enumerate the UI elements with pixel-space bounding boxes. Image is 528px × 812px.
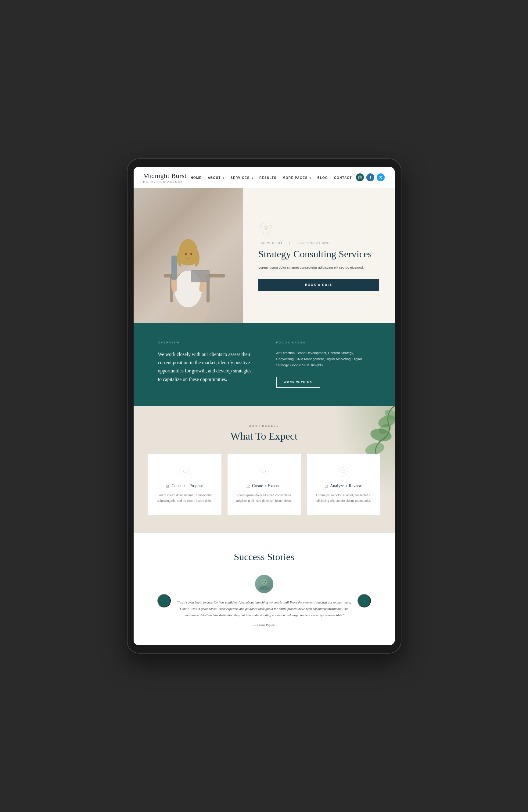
nav-home[interactable]: HOME: [191, 175, 202, 180]
focus-overline: FOCUS AREAS: [276, 341, 370, 344]
nav-links: HOME ABOUT ▾ SERVICES ▾ RESULTS MORE PAG…: [191, 175, 352, 180]
card-1-desc: Lorem ipsum dolor sit amet, consectetur …: [157, 493, 213, 504]
focus-areas-text: Art Direction, Brand Development, Conten…: [276, 350, 370, 368]
svg-point-54: [262, 470, 266, 473]
process-card-2: 02 Create + Execute Lorem ipsum dolor si…: [228, 454, 301, 515]
svg-line-72: [340, 468, 341, 469]
hero-description: Lorem ipsum dolor sit amet consectetur a…: [258, 265, 374, 271]
svg-point-80: [261, 579, 267, 585]
svg-line-26: [263, 222, 264, 224]
svg-rect-15: [192, 271, 209, 281]
process-title: What To Expect: [146, 431, 382, 442]
svg-line-46: [187, 468, 189, 469]
nav-results[interactable]: RESULTS: [259, 175, 276, 180]
overview-body: We work closely with our clients to asse…: [158, 350, 252, 383]
testimonial-author: — Laurie Payton: [177, 623, 351, 627]
svg-line-79: [347, 473, 348, 474]
nav-about[interactable]: ABOUT ▾: [208, 175, 225, 180]
svg-line-29: [270, 230, 272, 231]
nav-services[interactable]: SERVICES ▾: [231, 175, 253, 180]
card-sunburst-1: [179, 465, 191, 477]
testimonial-prev-button[interactable]: ←: [157, 594, 171, 608]
svg-line-66: [267, 473, 269, 474]
svg-line-49: [186, 475, 187, 477]
facebook-icon[interactable]: f: [366, 173, 374, 181]
svg-rect-0: [358, 176, 361, 179]
testimonial-avatar: [255, 575, 273, 593]
svg-point-81: [262, 581, 263, 582]
svg-line-28: [260, 225, 262, 226]
nav-more[interactable]: MORE PAGES ▾: [283, 175, 312, 180]
navbar: Midnight Burst MARKETING AGENCY HOME ABO…: [134, 167, 395, 188]
svg-line-52: [180, 473, 182, 474]
hero-section: SERVICE 01 | STARTING AT $295 Strategy C…: [134, 188, 395, 323]
overview-overline: OVERVIEW: [158, 341, 252, 344]
svg-point-2: [361, 176, 361, 177]
hero-content: SERVICE 01 | STARTING AT $295 Strategy C…: [243, 188, 394, 323]
svg-point-1: [359, 177, 361, 178]
hero-image: [134, 188, 243, 323]
process-header: OUR PROCESS What To Expect: [146, 424, 382, 442]
process-card-3: 03 Analyze + Review Lorem ipsum dolor si…: [307, 454, 380, 515]
svg-line-77: [345, 475, 346, 477]
process-overline: OUR PROCESS: [146, 424, 382, 427]
brand-tagline: MARKETING AGENCY: [144, 180, 183, 183]
process-section: OUR PROCESS What To Expect: [134, 406, 395, 533]
svg-line-27: [268, 231, 269, 233]
testimonials-section: Success Stories ← "I can': [134, 533, 395, 645]
instagram-icon[interactable]: [356, 173, 364, 181]
svg-line-59: [260, 468, 262, 469]
nav-blog[interactable]: BLOG: [317, 175, 328, 180]
svg-point-9: [185, 253, 187, 255]
svg-line-65: [259, 469, 261, 470]
testimonial-content: "I can't even begin to describe how conf…: [177, 575, 351, 627]
sunburst-decoration: [258, 220, 274, 235]
card-sunburst-3: [337, 465, 350, 477]
svg-line-31: [270, 225, 272, 226]
website-content: Midnight Burst MARKETING AGENCY HOME ABO…: [134, 167, 395, 645]
social-icons: f: [356, 173, 384, 181]
card-3-desc: Lorem ipsum dolor sit amet, consectetur …: [315, 493, 372, 504]
twitter-icon[interactable]: [377, 173, 384, 181]
card-3-title: 03 Analyze + Review: [315, 483, 372, 489]
svg-line-50: [180, 469, 182, 470]
svg-line-47: [181, 474, 182, 475]
svg-point-37: [382, 407, 394, 423]
svg-line-23: [269, 231, 271, 232]
card-sunburst-2: [258, 465, 270, 477]
svg-point-17: [265, 227, 267, 229]
svg-line-33: [268, 222, 269, 224]
process-card-1: 01 Consult + Propose Lorem ipsum dolor s…: [148, 454, 222, 515]
overview-section: OVERVIEW We work closely with our client…: [134, 323, 395, 406]
svg-line-51: [188, 473, 190, 474]
logo: Midnight Burst MARKETING AGENCY: [144, 172, 187, 183]
svg-line-73: [346, 474, 347, 475]
svg-point-39: [183, 470, 186, 473]
overview-left: OVERVIEW We work closely with our client…: [158, 341, 252, 383]
nav-contact[interactable]: CONTACT: [334, 175, 352, 180]
testimonial-container: ← "I can't even begin to describe how co…: [157, 575, 371, 627]
svg-line-24: [269, 223, 271, 225]
svg-line-30: [260, 230, 262, 231]
svg-line-44: [181, 468, 182, 469]
testimonial-quote: "I can't even begin to describe how conf…: [177, 599, 351, 619]
svg-line-45: [187, 474, 189, 475]
svg-line-64: [266, 475, 266, 477]
svg-line-74: [346, 468, 347, 469]
book-call-button[interactable]: BOOK A CALL: [258, 279, 379, 291]
testimonial-next-button[interactable]: →: [358, 594, 371, 608]
svg-point-67: [342, 470, 345, 473]
svg-line-78: [338, 469, 341, 470]
overview-right: FOCUS AREAS Art Direction, Brand Develop…: [276, 341, 370, 388]
hero-title: Strategy Consulting Services: [258, 248, 379, 260]
work-with-us-button[interactable]: WORK WITH US: [276, 377, 320, 388]
process-cards: 01 Consult + Propose Lorem ipsum dolor s…: [146, 454, 382, 515]
svg-line-62: [260, 474, 262, 475]
svg-rect-13: [171, 256, 177, 280]
device-frame: Midnight Burst MARKETING AGENCY HOME ABO…: [127, 158, 402, 654]
svg-point-82: [265, 581, 266, 582]
card-1-title: 01 Consult + Propose: [157, 483, 213, 489]
service-label: SERVICE 01 | STARTING AT $295: [258, 242, 379, 245]
svg-line-22: [261, 223, 263, 225]
svg-line-75: [340, 474, 341, 475]
